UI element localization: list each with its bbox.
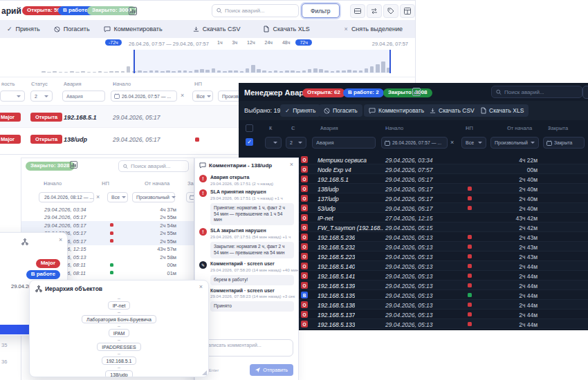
alarm-histogram[interactable] — [0, 50, 415, 73]
severity-filter[interactable] — [0, 91, 25, 102]
np-filter[interactable]: Все — [107, 192, 128, 202]
search-input[interactable] — [131, 163, 184, 169]
tag-icon[interactable] — [383, 4, 398, 18]
extinguish-button[interactable]: Погасить — [47, 23, 97, 35]
comment-button[interactable]: Комментировать — [97, 23, 169, 35]
from-start-filter[interactable]: Произвольный — [490, 137, 539, 149]
comment-entry: SLA закрытия нарушен 29.04.2026, 07:17:5… — [199, 228, 294, 258]
alarm-name[interactable]: 53/udp — [318, 205, 336, 212]
select-all-checkbox-checked[interactable]: ✓ — [246, 138, 253, 146]
chart-icon[interactable] — [70, 161, 77, 169]
download-xls-button[interactable]: Скачать XLS — [257, 23, 316, 35]
alarm-name[interactable]: FW_T.saymon (192.168... — [318, 225, 383, 231]
accept-button[interactable]: ✓Принять — [280, 104, 320, 117]
extinguish-button[interactable]: Погасить — [319, 104, 362, 117]
alarm-filter-input[interactable] — [66, 94, 101, 99]
alarm-name[interactable]: 192.168.5.135 — [318, 292, 355, 299]
alarm-name[interactable]: 192.168.5.139 — [318, 283, 355, 289]
close-icon[interactable]: × — [59, 237, 62, 243]
k-filter[interactable] — [265, 137, 282, 149]
alarm-start: 29.04.2026, 05:17 — [113, 114, 160, 121]
close-icon[interactable]: × — [290, 162, 293, 168]
from-start-filter[interactable]: Произвольный — [132, 192, 175, 202]
download-csv-button[interactable]: Скачать CSV — [186, 23, 248, 35]
hierarchy-node[interactable]: Лаборатория Бонч-Бруевича — [82, 315, 156, 323]
time-preset-chip[interactable]: 48ч — [278, 39, 294, 46]
layout-rows-icon[interactable] — [350, 4, 365, 18]
time-preset-chip[interactable]: 1ч — [213, 39, 227, 46]
filter-button[interactable]: Фильтр — [302, 3, 340, 18]
alarm-name[interactable]: 138/udp — [318, 186, 339, 193]
alarm-name[interactable]: IP-net — [318, 215, 333, 222]
alarm-name[interactable]: Метрики сервиса — [318, 157, 367, 164]
alarm-name[interactable]: 192.168.5.1 — [318, 176, 349, 183]
clear-date-icon[interactable]: × — [450, 140, 454, 146]
alarm-filter-input[interactable] — [316, 140, 371, 146]
comment-button[interactable]: Комментировать — [364, 104, 429, 117]
closed-date-filter[interactable]: Закрыта — [543, 137, 585, 149]
hierarchy-node[interactable]: 192.168.5.1 — [102, 357, 137, 365]
histogram-selection[interactable] — [134, 50, 391, 73]
alarm-name[interactable]: 192.168.5.137 — [318, 312, 355, 319]
clear-date-icon[interactable]: × — [181, 93, 184, 99]
hierarchy-node[interactable]: 138/udp — [105, 370, 132, 377]
alarm-name[interactable]: 192.168.5.223 — [318, 254, 355, 260]
send-comment-button[interactable]: Отправить — [250, 364, 293, 376]
alarm-row[interactable]: 29.04.2026, 05:17 2ч 54м — [21, 221, 194, 229]
close-icon[interactable]: × — [199, 284, 203, 290]
alarm-name[interactable]: 192.168.5.232 — [318, 244, 355, 251]
np-filter[interactable]: Все — [461, 137, 486, 149]
time-preset-chip[interactable]: 12ч — [243, 39, 259, 46]
clear-selection-button[interactable]: ×Снять выделение — [344, 20, 403, 38]
alarm-name[interactable]: 192.168.5.1 — [64, 114, 97, 121]
hierarchy-node[interactable]: IPAM — [109, 329, 130, 337]
accept-button[interactable]: ✓Принять — [0, 23, 47, 35]
alarm-name[interactable]: 192.168.5.236 — [318, 234, 355, 241]
alarm-duration: 2ч 44м — [493, 302, 538, 309]
closed-count-badge[interactable]: Закрыто: 3028 — [26, 162, 75, 171]
alarm-name[interactable]: Node Exp v4 — [318, 167, 351, 173]
np-filter[interactable]: Все — [192, 91, 213, 102]
hierarchy-node[interactable]: IPADDRESSES — [97, 343, 140, 351]
alarm-name[interactable]: 138/udp — [64, 136, 87, 143]
chart-icon[interactable] — [125, 4, 140, 18]
select-all-checkbox[interactable] — [246, 124, 253, 132]
alarm-row[interactable]: 29.04.2026, 03:34 4ч 37м — [21, 205, 194, 213]
alarm-row[interactable]: 29.04.2026, 05:17 2ч 55м — [21, 213, 194, 222]
clear-date-icon[interactable]: × — [96, 194, 100, 200]
alarm-name[interactable]: 192.168.5.140 — [318, 263, 355, 270]
start-date-filter[interactable]: 26.04.2026, 07:57 — ... — [381, 137, 448, 149]
np-indicator — [468, 322, 472, 326]
hierarchy-icon[interactable] — [21, 238, 28, 245]
closed-count-badge[interactable]: Закрыто: 3008 — [383, 88, 432, 97]
search-input[interactable] — [225, 8, 294, 14]
download-xls-button[interactable]: Скачать XLS — [476, 104, 529, 117]
time-preset-chip[interactable]: 72ч — [295, 39, 311, 46]
time-preset-chip[interactable]: 3ч — [228, 39, 242, 46]
s-filter[interactable]: 2 — [286, 137, 306, 149]
sort-icon: ↕ — [194, 81, 197, 86]
comment-input[interactable] — [200, 339, 293, 357]
alarm-start: 29.04.2026, 05:13 — [385, 302, 433, 309]
in-progress-count-badge[interactable]: В работе: 2 — [343, 88, 384, 97]
download-csv-button[interactable]: Скачать CSV — [425, 104, 479, 117]
alarm-name[interactable]: 192.168.5.141 — [318, 273, 355, 280]
start-date-filter[interactable]: 26.04.2026, 08:12 — ... — [39, 192, 94, 202]
start-date-filter[interactable]: 26.04.2026, 07:57 — ... — [111, 91, 177, 102]
status-filter[interactable]: 2 — [30, 91, 53, 102]
search-input[interactable] — [504, 89, 578, 95]
filter-button[interactable]: Фильтр — [582, 86, 588, 99]
time-preset-chip[interactable]: 24ч — [261, 39, 277, 46]
table-grid-icon[interactable] — [400, 4, 415, 18]
chart-icon[interactable] — [412, 88, 421, 96]
open-count-badge[interactable]: Открыта: 62 — [302, 88, 345, 97]
alarm-name[interactable]: 192.168.5.138 — [318, 302, 355, 309]
alarm-duration: 4ч 22м — [493, 157, 538, 164]
alarm-name[interactable]: 192.168.5.133 — [318, 321, 355, 328]
alarm-name[interactable]: 137/udp — [318, 196, 339, 202]
closed-date-filter[interactable]: Закрыта — [186, 192, 194, 202]
hierarchy-node[interactable]: IP-net — [108, 301, 131, 310]
resize-handle[interactable] — [202, 370, 207, 375]
time-window-badge[interactable]: -72ч — [105, 39, 122, 46]
transfer-arrows-icon[interactable] — [367, 4, 382, 18]
